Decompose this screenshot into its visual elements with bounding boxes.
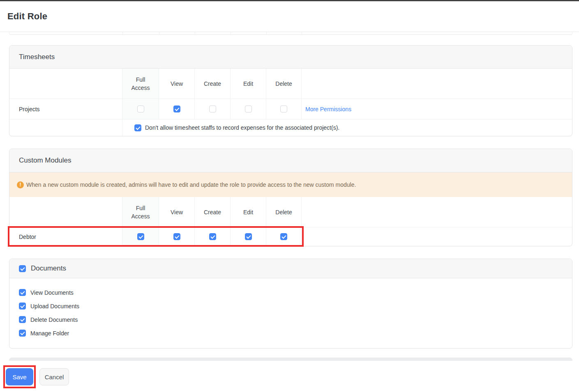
column-header-create: Create [195,197,231,227]
timesheets-panel-header: Timesheets [9,46,572,69]
timesheet-expense-restriction-checkbox[interactable] [134,124,141,131]
document-permission-item: View Documents [19,289,563,296]
debtor-create-checkbox[interactable] [209,233,216,240]
documents-panel-title: Documents [31,264,66,273]
custom-modules-panel-header: Custom Modules [9,149,572,172]
documents-panel-header: Documents [9,259,572,278]
documents-panel: Documents View Documents Upload Document… [9,259,572,348]
footer-background [0,361,579,392]
scrolled-table-sliver [9,32,572,35]
upload-documents-checkbox[interactable] [19,303,26,309]
empty-header-cell [9,69,122,99]
row-label-projects: Projects [9,99,122,119]
page-title: Edit Role [7,11,47,22]
next-panel-top-sliver [9,358,572,361]
projects-edit-checkbox[interactable] [245,105,252,112]
projects-create-checkbox[interactable] [209,105,216,112]
debtor-view-checkbox[interactable] [173,233,180,240]
view-documents-label: View Documents [30,289,74,296]
debtor-full-access-checkbox[interactable] [137,233,144,240]
timesheets-column-header-row: Full Access View Create Edit Delete [9,69,572,99]
custom-modules-panel-title: Custom Modules [19,156,72,165]
debtor-delete-checkbox[interactable] [280,233,287,240]
delete-documents-checkbox[interactable] [19,316,26,323]
projects-delete-checkbox[interactable] [280,105,287,112]
column-header-delete: Delete [266,69,302,99]
custom-modules-panel: Custom Modules ! When a new custom modul… [9,149,572,246]
column-header-full-access: Full Access [122,69,159,99]
view-documents-checkbox[interactable] [19,289,26,296]
empty-header-cell [302,197,572,227]
documents-module-checkbox[interactable] [19,265,26,272]
manage-folder-checkbox[interactable] [19,330,26,337]
empty-header-cell [9,197,122,227]
note-spacer-cell [9,119,122,136]
projects-permission-row: Projects More Permissions [9,99,572,119]
debtor-edit-checkbox[interactable] [245,233,252,240]
projects-full-access-checkbox[interactable] [137,105,144,112]
custom-modules-column-header-row: Full Access View Create Edit Delete [9,197,572,227]
manage-folder-label: Manage Folder [30,330,69,337]
column-header-delete: Delete [266,197,302,227]
window-top-edge [0,0,579,1]
warning-icon: ! [17,181,24,188]
column-header-edit: Edit [231,197,266,227]
timesheet-expense-restriction-label: Don't allow timesheet staffs to record e… [145,124,339,131]
projects-view-checkbox[interactable] [173,105,180,112]
timesheets-note-row: Don't allow timesheet staffs to record e… [9,119,572,136]
custom-modules-warning-banner: ! When a new custom module is created, a… [9,172,572,197]
column-header-full-access: Full Access [122,197,159,227]
column-header-create: Create [195,69,231,99]
upload-documents-label: Upload Documents [30,303,79,309]
more-permissions-link[interactable]: More Permissions [305,106,351,112]
row-label-debtor: Debtor [9,227,122,246]
save-button[interactable]: Save [6,368,33,385]
empty-cell [302,227,572,246]
debtor-permission-row: Debtor [9,227,572,246]
column-header-edit: Edit [231,69,266,99]
timesheets-panel-title: Timesheets [19,53,55,61]
column-header-view: View [159,69,195,99]
empty-header-cell [302,69,572,99]
timesheets-panel: Timesheets Full Access View Create Edit … [9,45,572,136]
custom-modules-warning-text: When a new custom module is created, adm… [26,181,356,188]
document-permission-item: Delete Documents [19,316,563,323]
delete-documents-label: Delete Documents [30,316,78,323]
document-permission-item: Manage Folder [19,330,563,337]
cancel-button[interactable]: Cancel [39,368,69,385]
document-permission-item: Upload Documents [19,303,563,309]
column-header-view: View [159,197,195,227]
